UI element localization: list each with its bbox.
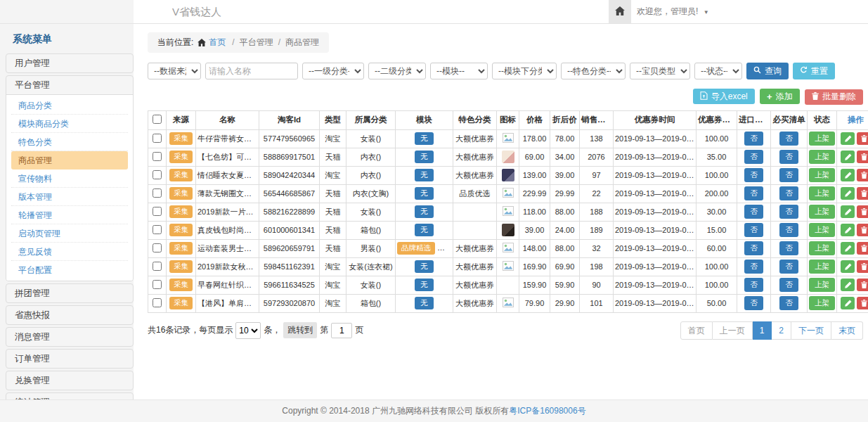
jump-page-input[interactable] bbox=[331, 323, 352, 338]
must-buy-toggle[interactable]: 否 bbox=[779, 132, 798, 146]
jump-button[interactable]: 跳转到 bbox=[283, 322, 317, 338]
sidebar-item-exchange[interactable]: 兑换管理 bbox=[6, 371, 133, 390]
import-select-toggle[interactable]: 否 bbox=[744, 150, 763, 164]
delete-button[interactable] bbox=[857, 279, 868, 291]
row-checkbox[interactable] bbox=[153, 225, 162, 234]
edit-button[interactable] bbox=[841, 279, 855, 291]
row-checkbox[interactable] bbox=[153, 262, 162, 271]
status-badge[interactable]: 上架 bbox=[809, 150, 835, 164]
page-button-first[interactable]: 首页 bbox=[680, 321, 713, 340]
level2-category-select[interactable]: --二级分类-- bbox=[368, 63, 426, 79]
sidebar-item-platform-config[interactable]: 平台配置 bbox=[11, 261, 128, 279]
delete-button[interactable] bbox=[857, 242, 868, 255]
row-checkbox[interactable] bbox=[153, 152, 162, 161]
icp-link[interactable]: 粤ICP备16098006号 bbox=[509, 406, 585, 416]
sidebar-item-users[interactable]: 用户管理 bbox=[6, 54, 133, 72]
delete-button[interactable] bbox=[857, 187, 868, 200]
status-badge[interactable]: 上架 bbox=[809, 278, 835, 292]
page-button-prev[interactable]: 上一页 bbox=[713, 321, 753, 340]
reset-button[interactable]: 重置 bbox=[793, 63, 835, 79]
import-select-toggle[interactable]: 否 bbox=[744, 132, 763, 146]
sidebar-item-orders[interactable]: 订单管理 bbox=[6, 350, 133, 368]
sidebar-item-splash-management[interactable]: 启动页管理 bbox=[11, 224, 128, 243]
edit-button[interactable] bbox=[841, 205, 855, 218]
select-all-checkbox[interactable] bbox=[153, 115, 162, 124]
status-badge[interactable]: 上架 bbox=[809, 186, 835, 200]
edit-button[interactable] bbox=[841, 132, 855, 145]
must-buy-toggle[interactable]: 否 bbox=[779, 205, 798, 219]
sidebar-item-platform[interactable]: 平台管理 bbox=[6, 76, 133, 94]
sidebar-item-messages[interactable]: 消息管理 bbox=[6, 328, 133, 346]
delete-button[interactable] bbox=[857, 205, 868, 218]
sidebar-item-version-management[interactable]: 版本管理 bbox=[11, 188, 128, 206]
feature-category-select[interactable]: --特色分类-- bbox=[561, 63, 626, 79]
must-buy-toggle[interactable]: 否 bbox=[779, 223, 798, 237]
user-menu[interactable]: 欢迎您，管理员! ▼ bbox=[637, 0, 709, 24]
page-button-2[interactable]: 2 bbox=[772, 321, 791, 340]
import-select-toggle[interactable]: 否 bbox=[744, 278, 763, 292]
module-select[interactable]: --模块-- bbox=[430, 63, 488, 79]
module-sub-category-select[interactable]: --模块下分类-- bbox=[492, 63, 557, 79]
page-button-next[interactable]: 下一页 bbox=[791, 321, 831, 340]
edit-button[interactable] bbox=[841, 169, 855, 181]
import-select-toggle[interactable]: 否 bbox=[744, 296, 763, 310]
import-select-toggle[interactable]: 否 bbox=[744, 260, 763, 274]
import-excel-button[interactable]: 导入excel bbox=[693, 89, 755, 104]
delete-button[interactable] bbox=[857, 132, 868, 145]
import-select-toggle[interactable]: 否 bbox=[744, 168, 763, 182]
page-button-1[interactable]: 1 bbox=[753, 321, 772, 340]
edit-button[interactable] bbox=[841, 187, 855, 200]
import-select-toggle[interactable]: 否 bbox=[744, 223, 763, 237]
sidebar-item-goods-management[interactable]: 商品管理 bbox=[11, 151, 128, 170]
edit-button[interactable] bbox=[841, 260, 855, 273]
import-select-toggle[interactable]: 否 bbox=[744, 241, 763, 255]
must-buy-toggle[interactable]: 否 bbox=[779, 241, 798, 255]
sidebar-item-goods-category[interactable]: 商品分类 bbox=[11, 96, 128, 115]
sidebar-item-feedback[interactable]: 意见反馈 bbox=[11, 243, 128, 261]
name-input[interactable] bbox=[205, 63, 298, 79]
must-buy-toggle[interactable]: 否 bbox=[779, 260, 798, 274]
status-badge[interactable]: 上架 bbox=[809, 223, 835, 237]
sidebar-item-module-goods-category[interactable]: 模块商品分类 bbox=[11, 115, 128, 133]
page-button-last[interactable]: 末页 bbox=[831, 321, 863, 340]
status-select[interactable]: --状态-- bbox=[694, 63, 742, 79]
edit-button[interactable] bbox=[841, 242, 855, 255]
row-checkbox[interactable] bbox=[153, 207, 162, 216]
import-select-toggle[interactable]: 否 bbox=[744, 186, 763, 200]
import-select-toggle[interactable]: 否 bbox=[744, 205, 763, 219]
must-buy-toggle[interactable]: 否 bbox=[779, 150, 798, 164]
must-buy-toggle[interactable]: 否 bbox=[779, 168, 798, 182]
must-buy-toggle[interactable]: 否 bbox=[779, 186, 798, 200]
sidebar-item-carousel-management[interactable]: 轮播管理 bbox=[11, 206, 128, 224]
must-buy-toggle[interactable]: 否 bbox=[779, 278, 798, 292]
edit-button[interactable] bbox=[841, 297, 855, 309]
home-button[interactable] bbox=[609, 0, 631, 23]
sidebar-item-feature-category[interactable]: 特色分类 bbox=[11, 133, 128, 151]
row-checkbox[interactable] bbox=[153, 280, 162, 289]
breadcrumb-home-link[interactable]: 首页 bbox=[209, 37, 226, 47]
status-badge[interactable]: 上架 bbox=[809, 241, 835, 255]
edit-button[interactable] bbox=[841, 224, 855, 236]
row-checkbox[interactable] bbox=[153, 298, 162, 307]
sidebar-item-promo-materials[interactable]: 宣传物料 bbox=[11, 170, 128, 188]
edit-button[interactable] bbox=[841, 151, 855, 163]
status-badge[interactable]: 上架 bbox=[809, 260, 835, 274]
sidebar-item-group-buy[interactable]: 拼团管理 bbox=[6, 284, 133, 302]
row-checkbox[interactable] bbox=[153, 243, 162, 252]
delete-button[interactable] bbox=[857, 151, 868, 163]
delete-button[interactable] bbox=[857, 224, 868, 236]
status-badge[interactable]: 上架 bbox=[809, 132, 835, 146]
row-checkbox[interactable] bbox=[153, 188, 162, 198]
row-checkbox[interactable] bbox=[153, 170, 162, 179]
delete-button[interactable] bbox=[857, 260, 868, 273]
status-badge[interactable]: 上架 bbox=[809, 205, 835, 219]
must-buy-toggle[interactable]: 否 bbox=[779, 296, 798, 310]
delete-button[interactable] bbox=[857, 297, 868, 309]
item-type-select[interactable]: --宝贝类型-- bbox=[630, 63, 690, 79]
delete-button[interactable] bbox=[857, 169, 868, 181]
batch-delete-button[interactable]: 批量删除 bbox=[805, 89, 863, 105]
status-badge[interactable]: 上架 bbox=[809, 296, 835, 310]
level1-category-select[interactable]: --一级分类-- bbox=[302, 63, 364, 79]
add-button[interactable]: + 添加 bbox=[760, 89, 800, 104]
sidebar-item-saving-news[interactable]: 省惠快报 bbox=[6, 306, 133, 324]
